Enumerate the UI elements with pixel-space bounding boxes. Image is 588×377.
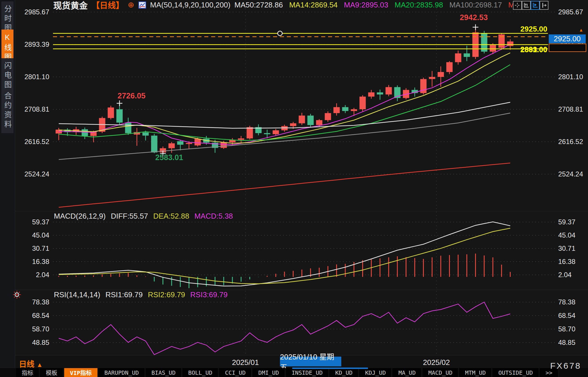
pan-tool-icon[interactable] [513, 1, 522, 10]
level-label-2881.00: 2881.00 [501, 45, 547, 54]
tab-MA_UD[interactable]: MA_UD [393, 368, 422, 377]
rsi3-value: RSI3:69.79 [190, 290, 228, 299]
macd-dea-value: DEA:52.88 [153, 212, 189, 221]
ma-params-label: MA(50,14,9,20,100,200) [150, 1, 230, 9]
sidebar: 分时图K线图闪电图合约资料 [0, 0, 15, 368]
rsi-header: RSI(14,14,14) RSI1:69.79 RSI2:69.79 RSI3… [54, 290, 228, 299]
price-axis-left: 2801.10 [17, 73, 49, 81]
chart-type-icon[interactable] [138, 1, 146, 9]
month-label: 2025/02 [423, 358, 450, 367]
tab-scrollbar[interactable] [292, 368, 368, 369]
macd-plot [59, 222, 510, 288]
indicator-tab-bar: 指标模板VIP指标BARUPDN_UDBIAS_UDBOLL_UDCCI_UDD… [0, 368, 588, 377]
selected-date-highlight: 2025/01/10 星期五 [280, 357, 341, 366]
axis-shift-icon[interactable] [540, 1, 548, 10]
extreme-annotation: 2583.01 [155, 153, 183, 162]
price-axis-right: 2616.52 [558, 138, 587, 146]
axis-play-icon[interactable] [531, 1, 540, 10]
level-label-2925.00: 2925.00 [501, 25, 547, 34]
price-line-tag[interactable]: 2925.00 [549, 34, 586, 43]
gridlines [53, 9, 556, 354]
crosshair-plus-icon[interactable]: ⊕ [128, 0, 134, 9]
ma-value-4: MA20:2835.98 [395, 1, 443, 9]
rsi-plot [59, 302, 510, 355]
macd-macd-value: MACD:5.38 [194, 212, 233, 221]
ma-values: MA50:2728.86MA14:2869.54MA9:2895.03MA20:… [234, 1, 514, 9]
price-axis-left: 2524.24 [17, 170, 49, 178]
price-axis-left: 2708.81 [17, 105, 49, 113]
tab-KDJ_UD[interactable]: KDJ_UD [359, 368, 392, 377]
price-axis-right: 2985.67 [558, 8, 587, 16]
tab-MACD_UD[interactable]: MACD_UD [423, 368, 458, 377]
tab-VIP指标[interactable]: VIP指标 [64, 368, 98, 377]
tab-模板[interactable]: 模板 [40, 368, 63, 377]
rsi-axis-left: 68.54 [17, 312, 49, 320]
macd-axis-left: 2.04 [17, 271, 49, 279]
ma-value-3: MA9:2895.03 [344, 1, 388, 9]
tab-DMI_UD[interactable]: DMI_UD [252, 368, 285, 377]
rsi-title: RSI(14,14,14) [54, 290, 100, 299]
tab-MTM_UD[interactable]: MTM_UD [459, 368, 492, 377]
tab-BOLL_UD[interactable]: BOLL_UD [183, 368, 218, 377]
period-selector[interactable]: 日线 ▲ [19, 358, 43, 369]
price-axis-left: 2985.67 [17, 8, 49, 16]
rsi-axis-right: 48.85 [558, 339, 587, 347]
tab-CCI_UD[interactable]: CCI_UD [219, 368, 252, 377]
price-axis-right: 2708.81 [558, 105, 587, 113]
period-tag[interactable]: 【日线】 [92, 0, 124, 11]
chart-header: 现货黄金 【日线】 ⊕ MA(50,14,9,20,100,200) MA50:… [53, 0, 514, 9]
tab-KD_UD[interactable]: KD_UD [330, 368, 358, 377]
ma-value-2: MA14:2869.54 [289, 1, 338, 9]
indicator-target-icon[interactable] [13, 290, 21, 299]
rsi2-value: RSI2:69.79 [148, 290, 185, 299]
tab-BIAS_UD[interactable]: BIAS_UD [146, 368, 182, 377]
tab-INSIDE_UD[interactable]: INSIDE_UD [286, 368, 329, 377]
sidebar-item-4[interactable]: 合约资料 [1, 88, 13, 133]
extreme-annotation: 2942.53 [460, 13, 488, 22]
current-price-tag [549, 44, 586, 52]
rsi-axis-right: 78.38 [558, 298, 587, 306]
panel-separators [15, 211, 588, 290]
axis-scale-icon[interactable] [522, 1, 531, 10]
chart-canvas [0, 0, 588, 377]
tab-指标[interactable]: 指标 [16, 368, 39, 377]
month-label: 2025/01 [232, 358, 259, 367]
extreme-annotation: 2726.05 [117, 91, 146, 100]
macd-header: MACD(26,12,9) DIFF:55.57 DEA:52.88 MACD:… [54, 212, 233, 221]
alert-arrow-icon: ▲ [579, 28, 583, 33]
price-axis-right: 2524.24 [558, 170, 587, 178]
symbol-title: 现货黄金 [53, 0, 88, 11]
macd-axis-right: 59.37 [558, 218, 587, 226]
macd-axis-left: 59.37 [17, 218, 49, 226]
rsi-axis-left: 48.85 [17, 339, 49, 347]
rsi-axis-right: 68.54 [558, 312, 587, 320]
macd-axis-left: 45.04 [17, 231, 49, 239]
rsi-axis-right: 58.70 [558, 325, 587, 333]
ma-value-1: MA50:2728.86 [234, 1, 283, 9]
price-axis-left: 2893.39 [17, 40, 49, 48]
ma-value-5: MA100:2698.17 [449, 1, 502, 9]
macd-title: MACD(26,12,9) [54, 212, 106, 221]
tab-BARUPDN_UD[interactable]: BARUPDN_UD [99, 368, 145, 377]
macd-diff-value: DIFF:55.57 [111, 212, 148, 221]
macd-axis-right: 2.04 [558, 271, 587, 279]
tab-OUTSIDE_UD[interactable]: OUTSIDE_UD [493, 368, 539, 377]
macd-axis-right: 30.71 [558, 244, 587, 252]
rsi1-value: RSI1:69.79 [105, 290, 143, 299]
macd-axis-left: 16.38 [17, 258, 49, 266]
brand-watermark: FX678 [550, 361, 581, 371]
price-axis-right: 2801.10 [558, 73, 587, 81]
macd-axis-right: 16.38 [558, 258, 587, 266]
macd-axis-right: 45.04 [558, 231, 587, 239]
triangle-up-icon: ▲ [37, 361, 43, 368]
rsi-axis-left: 78.38 [17, 298, 49, 306]
macd-axis-left: 30.71 [17, 244, 49, 252]
price-axis-left: 2616.52 [17, 138, 49, 146]
rsi-axis-left: 58.70 [17, 325, 49, 333]
line-drag-handle[interactable] [278, 31, 282, 36]
